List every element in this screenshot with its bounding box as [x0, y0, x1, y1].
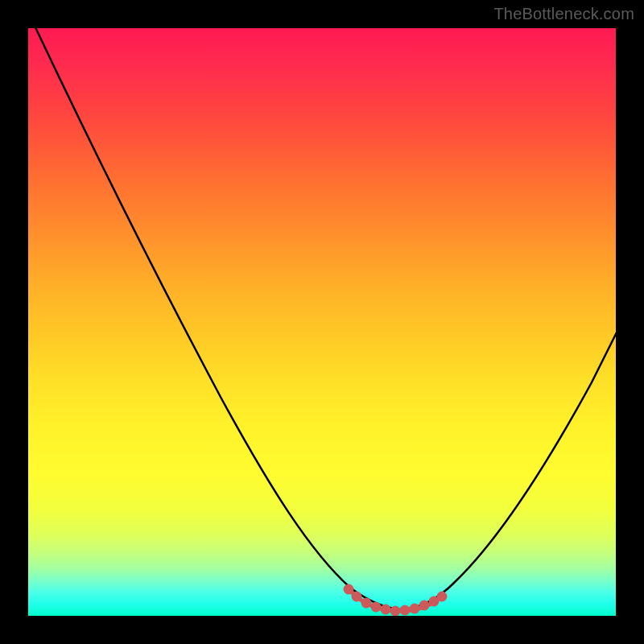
svg-point-0 [345, 586, 352, 592]
svg-point-6 [402, 607, 408, 613]
svg-point-9 [431, 598, 437, 605]
curve-layer [28, 28, 616, 616]
svg-point-3 [373, 604, 379, 610]
svg-point-4 [382, 606, 389, 613]
bottleneck-curve [28, 28, 616, 609]
svg-point-5 [392, 608, 398, 614]
svg-point-1 [353, 593, 360, 600]
plot-area [28, 28, 616, 616]
watermark-text: TheBottleneck.com [493, 5, 634, 23]
svg-point-8 [421, 602, 427, 609]
chart-frame: TheBottleneck.com [0, 0, 644, 644]
svg-point-10 [439, 593, 445, 600]
highlight-minimum-region [345, 586, 445, 614]
svg-point-2 [363, 600, 369, 606]
svg-point-7 [411, 605, 418, 612]
